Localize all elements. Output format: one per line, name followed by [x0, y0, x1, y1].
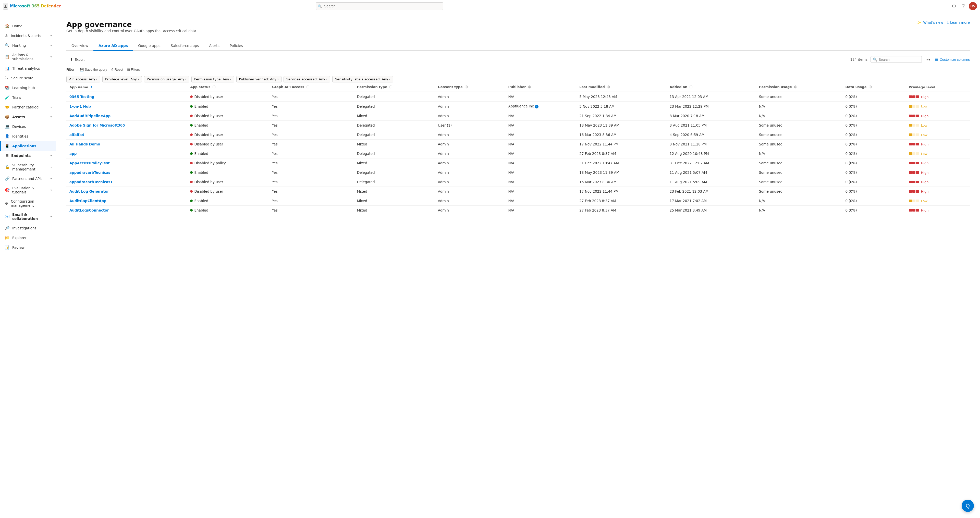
col-consent-type[interactable]: Consent type ⓘ [435, 83, 505, 92]
col-app-name[interactable]: App name ↑ [66, 83, 187, 92]
cell-permission-type: Delegated [354, 121, 435, 130]
col-permission-type[interactable]: Permission type ⓘ [354, 83, 435, 92]
tab-alerts[interactable]: Alerts [204, 41, 224, 51]
whats-new-button[interactable]: ✨ What's new [917, 21, 943, 24]
app-name-link[interactable]: alfalfa4 [69, 133, 84, 137]
sidebar-item-devices[interactable]: 💻 Devices [0, 122, 56, 132]
filter-chip-privilege[interactable]: Privilege level: Any ▾ [102, 76, 142, 83]
sidebar-item-investigations[interactable]: 🔎 Investigations [0, 223, 56, 233]
sidebar-item-learning[interactable]: 📚 Learning hub [0, 83, 56, 93]
filters-button[interactable]: ▦ Filters [126, 67, 141, 72]
cell-permission-usage: Some unused [756, 92, 842, 102]
cell-publisher: N/A [505, 159, 576, 168]
app-name-link[interactable]: 1-on-1 Hub [69, 104, 91, 108]
app-name-link[interactable]: 0365 Testing [69, 95, 94, 99]
save-query-button[interactable]: 💾 Save the query [79, 67, 108, 72]
filter-chip-permission-usage[interactable]: Permission usage: Any ▾ [144, 76, 189, 83]
cell-app-status: Enabled [187, 121, 269, 130]
col-graph-api[interactable]: Graph API access ⓘ [269, 83, 354, 92]
app-name-link[interactable]: AuditGapClientApp [69, 199, 107, 203]
enabled-icon [190, 124, 192, 127]
app-name-link[interactable]: appadracarbTecnicas [69, 170, 110, 175]
app-name-link[interactable]: app [69, 152, 76, 156]
col-privilege-level[interactable]: Privilege level [906, 83, 970, 92]
filter-chip-services[interactable]: Services accessed: Any ▾ [283, 76, 330, 83]
sidebar-item-actions[interactable]: 📋 Actions & submissions ▾ [0, 50, 56, 64]
filter-chip-api-access[interactable]: API access: Any ▾ [66, 76, 100, 83]
waffle-menu-button[interactable]: ⊞ [3, 3, 8, 10]
cell-added-on: 3 Aug 2021 11:05 PM [667, 121, 756, 130]
filter-chip-sensitivity[interactable]: Sensitivity labels accessed: Any ▾ [332, 76, 393, 83]
tab-google-apps[interactable]: Google apps [133, 41, 165, 51]
sidebar-item-trials[interactable]: 🧪 Trials [0, 93, 56, 102]
cell-permission-type: Mixed [354, 159, 435, 168]
customize-columns-button[interactable]: ☰ Customize columns [935, 57, 970, 62]
app-name-link[interactable]: Adobe Sign for Microsoft365 [69, 123, 125, 127]
col-publisher[interactable]: Publisher ⓘ [505, 83, 576, 92]
col-data-usage[interactable]: Data usage ⓘ [842, 83, 906, 92]
cell-last-modified: 27 Feb 2023 8:37 AM [576, 196, 667, 206]
group-button[interactable]: ≡▾ [925, 56, 932, 62]
tab-salesforce-apps[interactable]: Salesforce apps [165, 41, 204, 51]
cell-app-name: Audit Log Generator [66, 187, 187, 196]
layout: ☰ 🏠 Home ⚠ Incidents & alerts ▾ 🔍 Huntin… [0, 12, 980, 518]
app-name-link[interactable]: appadracarbTecnicas1 [69, 180, 113, 184]
sidebar-section-endpoints[interactable]: 🖥 Endpoints ▾ [0, 151, 56, 160]
filter-chip-publisher-verified[interactable]: Publisher verified: Any ▾ [236, 76, 282, 83]
cell-app-status: Enabled [187, 168, 269, 177]
sidebar-item-partner[interactable]: 🤝 Partner catalog ▾ [0, 102, 56, 112]
cell-consent-type: Admin [435, 130, 505, 140]
sparkle-icon: ✨ [917, 21, 921, 24]
app-name-link[interactable]: Audit Log Generator [69, 189, 109, 194]
table-search-input[interactable] [879, 58, 920, 62]
sidebar-item-secure[interactable]: 🛡 Secure score [0, 73, 56, 83]
sidebar-item-explorer[interactable]: 📂 Explorer [0, 233, 56, 243]
cell-permission-usage: Some unused [756, 121, 842, 130]
tab-azure-ad-apps[interactable]: Azure AD apps [94, 41, 133, 51]
app-name-link[interactable]: AuditLogsConnector [69, 208, 109, 212]
help-button[interactable]: ? [960, 2, 967, 10]
sidebar-item-review[interactable]: 📝 Review [0, 243, 56, 253]
sidebar-item-config[interactable]: ⚙ Configuration management [0, 197, 56, 210]
learn-more-button[interactable]: ℹ Learn more [947, 21, 970, 24]
tabs: Overview Azure AD apps Google apps Sales… [66, 41, 970, 51]
chevron-down-icon: ▾ [277, 78, 279, 81]
export-button[interactable]: ⬇ Export [66, 56, 88, 63]
cell-app-name: AppAccessPolicyTest [66, 159, 187, 168]
cell-permission-usage: Some unused [756, 159, 842, 168]
tab-overview[interactable]: Overview [66, 41, 94, 51]
apps-table: App name ↑ App status ⓘ Graph API access… [66, 83, 970, 215]
sidebar-collapse-button[interactable]: ☰ [0, 13, 56, 21]
col-app-status[interactable]: App status ⓘ [187, 83, 269, 92]
cell-app-status: Enabled [187, 149, 269, 159]
floating-action-button[interactable]: Q [962, 500, 974, 512]
cell-last-modified: 17 Nov 2022 11:44 PM [576, 140, 667, 149]
sidebar-section-email[interactable]: 📧 Email & collaboration ▾ [0, 210, 56, 223]
sidebar-item-partners[interactable]: 🔗 Partners and APIs ▾ [0, 174, 56, 183]
avatar[interactable]: RS [969, 2, 977, 10]
app-name-link[interactable]: All Hands Demo [69, 142, 100, 146]
filter-chip-permission-type[interactable]: Permission type: Any ▾ [191, 76, 234, 83]
cell-publisher: N/A [505, 140, 576, 149]
sidebar-item-incidents[interactable]: ⚠ Incidents & alerts ▾ [0, 31, 56, 41]
sidebar-item-hunting[interactable]: 🔍 Hunting ▾ [0, 41, 56, 50]
reset-button[interactable]: ↺ Reset [110, 67, 124, 72]
sidebar-item-home[interactable]: 🏠 Home [0, 21, 56, 31]
col-added-on[interactable]: Added on ⓘ [667, 83, 756, 92]
topbar-search-input[interactable] [316, 2, 443, 10]
col-permission-usage[interactable]: Permission usage ⓘ [756, 83, 842, 92]
hamburger-icon: ☰ [4, 15, 7, 19]
cell-app-name: appadracarbTecnicas1 [66, 177, 187, 187]
sidebar-section-assets[interactable]: 📦 Assets ▾ [0, 112, 56, 122]
app-name-link[interactable]: AppAccessPolicyTest [69, 161, 110, 165]
sidebar-item-applications[interactable]: 📱 Applications [0, 141, 56, 151]
tab-policies[interactable]: Policies [224, 41, 248, 51]
sidebar-item-evaluation[interactable]: 🎯 Evaluation & tutorials ▾ [0, 183, 56, 197]
sidebar-item-threat[interactable]: 📊 Threat analytics [0, 64, 56, 73]
app-name-link[interactable]: AadAuditPipelineApp [69, 114, 110, 118]
col-last-modified[interactable]: Last modified ⓘ [576, 83, 667, 92]
sidebar-item-vulnerability[interactable]: 🔒 Vulnerability management ▾ [0, 160, 56, 174]
sidebar-item-identities[interactable]: 👤 Identities [0, 132, 56, 141]
settings-button[interactable]: ⚙ [950, 2, 958, 10]
cell-graph-api: Yes [269, 149, 354, 159]
